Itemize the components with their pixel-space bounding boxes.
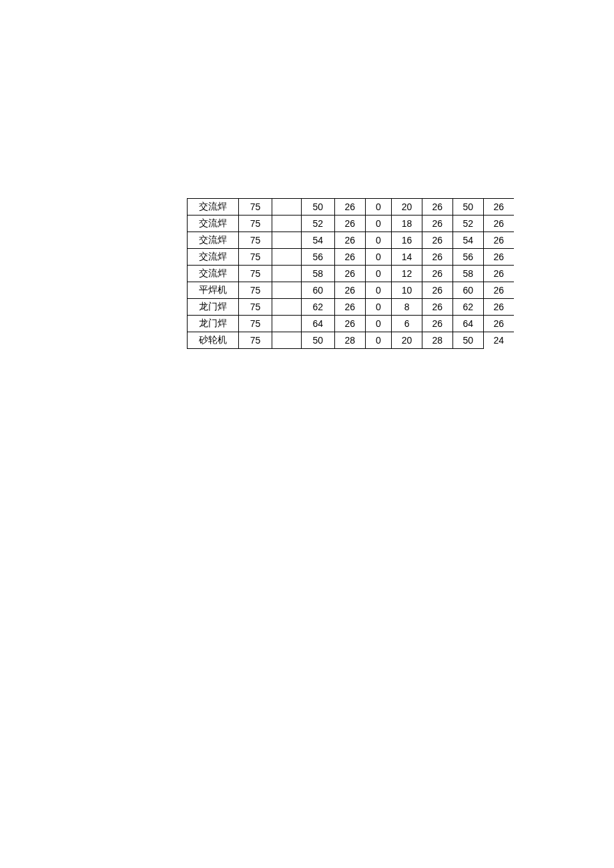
cell-c10: 24 bbox=[483, 332, 514, 349]
cell-c10: 26 bbox=[483, 266, 514, 282]
cell-c2: 75 bbox=[239, 266, 272, 282]
cell-c4: 50 bbox=[301, 199, 334, 215]
cell-c5: 26 bbox=[334, 232, 365, 249]
cell-c6: 0 bbox=[365, 232, 392, 249]
table-row: 交流焊 75 52 26 0 18 26 52 26 bbox=[188, 215, 515, 232]
cell-c7: 20 bbox=[392, 199, 422, 215]
cell-c6: 0 bbox=[365, 266, 392, 282]
cell-c9: 56 bbox=[452, 249, 483, 266]
cell-c7: 20 bbox=[392, 332, 422, 349]
cell-c9: 50 bbox=[452, 199, 483, 215]
cell-c5: 26 bbox=[334, 215, 365, 232]
cell-c9: 60 bbox=[452, 282, 483, 299]
cell-c4: 62 bbox=[301, 299, 334, 316]
cell-c7: 12 bbox=[392, 266, 422, 282]
cell-c2: 75 bbox=[239, 332, 272, 349]
cell-c6: 0 bbox=[365, 332, 392, 349]
cell-c4: 64 bbox=[301, 316, 334, 332]
table-row: 交流焊 75 56 26 0 14 26 56 26 bbox=[188, 249, 515, 266]
cell-c3 bbox=[272, 299, 302, 316]
cell-c8: 26 bbox=[422, 232, 452, 249]
cell-c4: 56 bbox=[301, 249, 334, 266]
cell-c4: 54 bbox=[301, 232, 334, 249]
cell-c2: 75 bbox=[239, 299, 272, 316]
data-table: 交流焊 75 50 26 0 20 26 50 26 交流焊 75 52 26 … bbox=[187, 198, 514, 349]
cell-label: 平焊机 bbox=[188, 282, 239, 299]
cell-c2: 75 bbox=[239, 316, 272, 332]
cell-c8: 26 bbox=[422, 249, 452, 266]
cell-label: 交流焊 bbox=[188, 199, 239, 215]
cell-c2: 75 bbox=[239, 249, 272, 266]
cell-c5: 26 bbox=[334, 316, 365, 332]
cell-c3 bbox=[272, 199, 302, 215]
cell-c2: 75 bbox=[239, 215, 272, 232]
cell-c4: 52 bbox=[301, 215, 334, 232]
cell-c9: 64 bbox=[452, 316, 483, 332]
cell-c6: 0 bbox=[365, 299, 392, 316]
cell-label: 龙门焊 bbox=[188, 316, 239, 332]
cell-label: 龙门焊 bbox=[188, 299, 239, 316]
cell-c9: 58 bbox=[452, 266, 483, 282]
cell-c9: 54 bbox=[452, 232, 483, 249]
cell-label: 交流焊 bbox=[188, 266, 239, 282]
cell-c9: 50 bbox=[452, 332, 483, 349]
cell-c10: 26 bbox=[483, 299, 514, 316]
cell-c8: 26 bbox=[422, 266, 452, 282]
cell-c7: 16 bbox=[392, 232, 422, 249]
cell-c8: 26 bbox=[422, 199, 452, 215]
cell-c6: 0 bbox=[365, 316, 392, 332]
cell-c6: 0 bbox=[365, 215, 392, 232]
cell-c6: 0 bbox=[365, 249, 392, 266]
cell-c5: 26 bbox=[334, 199, 365, 215]
data-table-container: 交流焊 75 50 26 0 20 26 50 26 交流焊 75 52 26 … bbox=[187, 198, 514, 349]
cell-c2: 75 bbox=[239, 282, 272, 299]
cell-c6: 0 bbox=[365, 282, 392, 299]
cell-c10: 26 bbox=[483, 316, 514, 332]
cell-c10: 26 bbox=[483, 249, 514, 266]
cell-c6: 0 bbox=[365, 199, 392, 215]
cell-c7: 14 bbox=[392, 249, 422, 266]
table-row: 交流焊 75 54 26 0 16 26 54 26 bbox=[188, 232, 515, 249]
table-row: 交流焊 75 50 26 0 20 26 50 26 bbox=[188, 199, 515, 215]
cell-c3 bbox=[272, 215, 302, 232]
cell-c3 bbox=[272, 266, 302, 282]
cell-c9: 62 bbox=[452, 299, 483, 316]
table-row: 龙门焊 75 62 26 0 8 26 62 26 bbox=[188, 299, 515, 316]
cell-c10: 26 bbox=[483, 282, 514, 299]
cell-c10: 26 bbox=[483, 215, 514, 232]
cell-c4: 50 bbox=[301, 332, 334, 349]
table-row: 龙门焊 75 64 26 0 6 26 64 26 bbox=[188, 316, 515, 332]
cell-c8: 26 bbox=[422, 316, 452, 332]
cell-c10: 26 bbox=[483, 199, 514, 215]
table-row: 砂轮机 75 50 28 0 20 28 50 24 bbox=[188, 332, 515, 349]
table-row: 平焊机 75 60 26 0 10 26 60 26 bbox=[188, 282, 515, 299]
cell-c5: 26 bbox=[334, 282, 365, 299]
cell-c5: 26 bbox=[334, 266, 365, 282]
cell-c5: 26 bbox=[334, 299, 365, 316]
cell-c9: 52 bbox=[452, 215, 483, 232]
cell-label: 交流焊 bbox=[188, 249, 239, 266]
cell-c3 bbox=[272, 316, 302, 332]
cell-c2: 75 bbox=[239, 232, 272, 249]
cell-label: 砂轮机 bbox=[188, 332, 239, 349]
table-body: 交流焊 75 50 26 0 20 26 50 26 交流焊 75 52 26 … bbox=[188, 199, 515, 349]
cell-label: 交流焊 bbox=[188, 215, 239, 232]
cell-c7: 6 bbox=[392, 316, 422, 332]
cell-c3 bbox=[272, 332, 302, 349]
cell-c10: 26 bbox=[483, 232, 514, 249]
table-row: 交流焊 75 58 26 0 12 26 58 26 bbox=[188, 266, 515, 282]
cell-c8: 26 bbox=[422, 215, 452, 232]
cell-c3 bbox=[272, 249, 302, 266]
cell-c7: 18 bbox=[392, 215, 422, 232]
cell-c8: 28 bbox=[422, 332, 452, 349]
cell-c3 bbox=[272, 232, 302, 249]
cell-c7: 8 bbox=[392, 299, 422, 316]
cell-c2: 75 bbox=[239, 199, 272, 215]
cell-c8: 26 bbox=[422, 299, 452, 316]
cell-c4: 60 bbox=[301, 282, 334, 299]
cell-c5: 28 bbox=[334, 332, 365, 349]
cell-c3 bbox=[272, 282, 302, 299]
cell-label: 交流焊 bbox=[188, 232, 239, 249]
cell-c5: 26 bbox=[334, 249, 365, 266]
cell-c4: 58 bbox=[301, 266, 334, 282]
